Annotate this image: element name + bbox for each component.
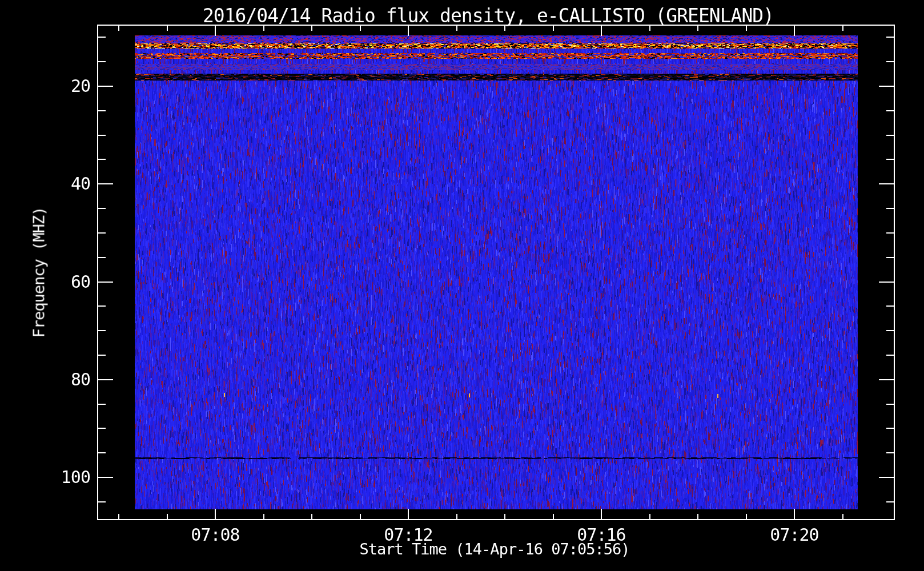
spectrogram-plot-canvas: [0, 0, 924, 571]
y-tick-label: 80: [71, 371, 90, 388]
y-tick-label: 40: [71, 175, 90, 192]
callisto-spectrogram-page: 2016/04/14 Radio flux density, e-CALLIST…: [0, 0, 924, 571]
x-tick-label: 07:08: [191, 526, 239, 544]
x-tick-label: 07:12: [384, 526, 432, 544]
y-axis-title: Frequency (MHZ): [30, 207, 48, 338]
chart-title: 2016/04/14 Radio flux density, e-CALLIST…: [203, 5, 774, 27]
y-tick-label: 60: [71, 274, 90, 291]
y-tick-label: 20: [71, 78, 90, 95]
y-tick-label: 100: [61, 469, 90, 486]
x-tick-label: 07:16: [577, 526, 625, 544]
x-tick-label: 07:20: [770, 526, 818, 544]
